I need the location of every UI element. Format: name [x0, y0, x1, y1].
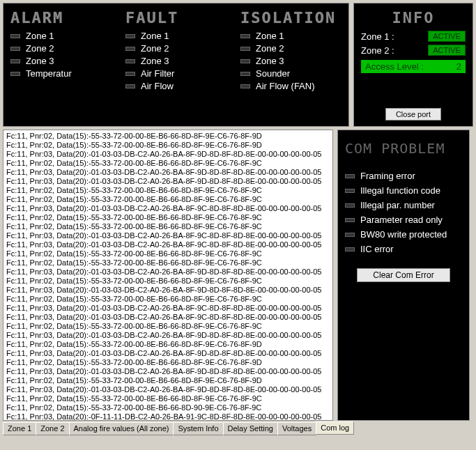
close-port-button[interactable]: Close port	[385, 108, 441, 121]
led-icon	[240, 84, 250, 88]
isolation-column: ISOLATION Zone 1Zone 2Zone 3SounderAir F…	[240, 9, 341, 93]
fault-label: Air Flow	[141, 81, 174, 91]
zone2-status: ACTIVE	[428, 45, 466, 56]
fault-label: Air Filter	[141, 68, 174, 79]
log-line: Fc:11, Pnr:03, Data(20):-01-03-03-DB-C2-…	[6, 349, 330, 358]
alarm-label: Temperatur	[26, 68, 72, 79]
fault-column: FAULT Zone 1Zone 2Zone 3Air FilterAir Fl…	[125, 9, 227, 93]
com-problem-label: BW80 write protected	[360, 229, 447, 240]
fault-label: Zone 3	[141, 56, 169, 66]
log-line: Fc:11, Pnr:03, Data(20):-01-03-03-DB-C2-…	[6, 150, 330, 159]
log-line: Fc:11, Pnr:03, Data(20):-01-03-03-DB-C2-…	[6, 385, 330, 394]
com-problem-label: IIC error	[360, 244, 394, 254]
isolation-item: Zone 3	[240, 56, 341, 66]
log-line: Fc:11, Pnr:02, Data(15):-55-33-72-00-00-…	[6, 322, 330, 331]
alarm-label: Zone 2	[26, 43, 54, 54]
fault-item: Zone 2	[125, 43, 227, 54]
tab-analog-fire-values-all-zone-[interactable]: Analog fire values (All zone)	[69, 422, 174, 435]
led-icon	[345, 174, 355, 178]
log-line: Fc:11, Pnr:03, Data(20):-01-03-03-DB-C2-…	[6, 267, 330, 277]
fault-item: Zone 1	[125, 31, 227, 41]
com-problem-label: Illegal par. number	[360, 200, 435, 210]
log-line: Fc:11, Pnr:02, Data(15):-55-33-72-00-00-…	[6, 213, 330, 222]
fault-item: Air Flow	[125, 81, 227, 91]
isolation-label: Zone 1	[256, 31, 284, 41]
isolation-header: ISOLATION	[240, 9, 341, 26]
led-icon	[125, 59, 135, 63]
log-line: Fc:11, Pnr:02, Data(15):-55-33-72-00-00-…	[6, 195, 330, 204]
fault-item: Air Filter	[125, 68, 227, 79]
led-icon	[10, 72, 20, 76]
led-icon	[345, 218, 355, 222]
led-icon	[345, 189, 355, 193]
log-line: Fc:11, Pnr:03, Data(20):-01-03-03-DB-C2-…	[6, 313, 330, 322]
led-icon	[240, 34, 250, 38]
isolation-label: Sounder	[256, 68, 290, 79]
com-problem-item: Illegal par. number	[345, 200, 462, 210]
log-line: Fc:11, Pnr:02, Data(15):-55-33-72-00-00-…	[6, 258, 330, 267]
isolation-label: Zone 2	[256, 43, 284, 54]
log-line: Fc:11, Pnr:03, Data(20):-01-03-03-DB-C2-…	[6, 331, 330, 340]
com-problem-item: Framing error	[345, 171, 462, 181]
led-icon	[10, 59, 20, 63]
led-icon	[125, 72, 135, 76]
fault-label: Zone 1	[141, 31, 169, 41]
log-line: Fc:11, Pnr:02, Data(15):-55-33-72-00-00-…	[6, 403, 330, 412]
led-icon	[240, 59, 250, 63]
fault-header: FAULT	[125, 9, 227, 26]
log-line: Fc:11, Pnr:03, Data(20):-01-03-03-DB-C2-…	[6, 168, 330, 177]
alarm-item: Temperatur	[10, 68, 112, 79]
isolation-label: Zone 3	[256, 56, 284, 66]
log-line: Fc:11, Pnr:02, Data(15):-55-33-72-00-00-…	[6, 222, 330, 231]
fault-label: Zone 2	[141, 43, 169, 54]
log-line: Fc:11, Pnr:02, Data(15):-55-33-72-00-00-…	[6, 358, 330, 367]
alarm-label: Zone 1	[26, 31, 54, 41]
log-line: Fc:11, Pnr:03, Data(20):-01-03-03-DB-C2-…	[6, 231, 330, 240]
alarm-item: Zone 2	[10, 43, 112, 54]
alarm-header: ALARM	[10, 9, 112, 26]
clear-com-error-button[interactable]: Clear Com Error	[357, 268, 450, 282]
info-header: INFO	[361, 9, 466, 26]
com-problem-panel: COM PROBLEM Framing errorIllegal functio…	[337, 130, 470, 421]
led-icon	[345, 203, 355, 208]
status-panel: ALARM Zone 1Zone 2Zone 3Temperatur FAULT…	[3, 3, 349, 127]
tab-bar: Zone 1Zone 2Analog fire values (All zone…	[0, 422, 476, 435]
tab-system-info[interactable]: System Info	[173, 422, 223, 435]
isolation-item: Sounder	[240, 68, 341, 79]
led-icon	[125, 84, 135, 88]
com-problem-item: Parameter read only	[345, 215, 462, 225]
zone1-label: Zone 1 :	[361, 31, 394, 42]
com-problem-item: Illegal function code	[345, 185, 462, 196]
log-line: Fc:11, Pnr:02, Data(15):-55-33-72-00-00-…	[6, 132, 330, 141]
log-line: Fc:11, Pnr:02, Data(15):-55-33-72-00-00-…	[6, 277, 330, 286]
alarm-item: Zone 3	[10, 56, 112, 66]
alarm-label: Zone 3	[26, 56, 54, 66]
access-value: 2	[456, 61, 461, 72]
alarm-column: ALARM Zone 1Zone 2Zone 3Temperatur	[10, 9, 112, 93]
led-icon	[345, 233, 355, 237]
tab-voltages[interactable]: Voltages	[277, 422, 316, 435]
fault-item: Zone 3	[125, 56, 227, 66]
access-label: Access Level :	[365, 61, 424, 72]
isolation-item: Zone 2	[240, 43, 341, 54]
tab-delay-setting[interactable]: Delay Setting	[223, 422, 278, 435]
tab-com-log[interactable]: Com log	[316, 421, 354, 435]
com-problem-item: BW80 write protected	[345, 229, 462, 240]
log-line: Fc:11, Pnr:02, Data(15):-55-33-72-00-00-…	[6, 376, 330, 385]
log-line: Fc:11, Pnr:03, Data(20):-01-03-03-DB-C2-…	[6, 177, 330, 186]
tab-zone-2[interactable]: Zone 2	[36, 422, 69, 435]
led-icon	[10, 47, 20, 51]
led-icon	[240, 47, 250, 51]
led-icon	[125, 34, 135, 38]
log-line: Fc:11, Pnr:03, Data(20):-0F-11-11-DB-C2-…	[6, 412, 330, 421]
isolation-label: Air Flow (FAN)	[256, 81, 315, 91]
log-line: Fc:11, Pnr:03, Data(20):-01-03-03-DB-C2-…	[6, 304, 330, 313]
info-panel: INFO Zone 1 : ACTIVE Zone 2 : ACTIVE Acc…	[353, 3, 473, 127]
isolation-item: Air Flow (FAN)	[240, 81, 341, 91]
log-line: Fc:11, Pnr:03, Data(20):-01-03-03-DB-C2-…	[6, 204, 330, 213]
alarm-item: Zone 1	[10, 31, 112, 41]
log-line: Fc:11, Pnr:02, Data(15):-55-33-72-00-00-…	[6, 249, 330, 258]
tab-zone-1[interactable]: Zone 1	[3, 422, 36, 435]
log-line: Fc:11, Pnr:03, Data(20):-01-03-03-DB-C2-…	[6, 240, 330, 249]
com-log-panel[interactable]: Fc:11, Pnr:02, Data(15):-55-33-72-00-00-…	[3, 130, 333, 421]
